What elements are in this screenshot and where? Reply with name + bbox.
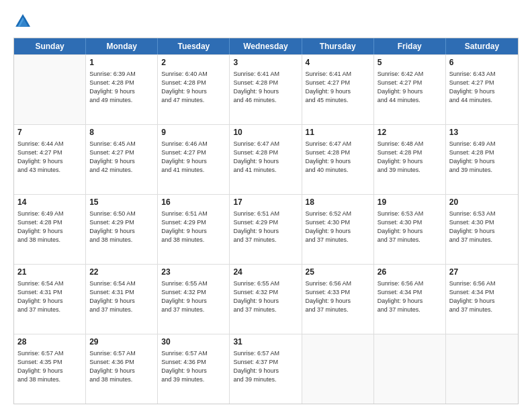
calendar: SundayMondayTuesdayWednesdayThursdayFrid…: [13, 38, 519, 404]
day-number: 8: [89, 127, 154, 138]
day-info: Sunrise: 6:51 AM Sunset: 4:29 PM Dayligh…: [161, 210, 226, 244]
day-info: Sunrise: 6:48 AM Sunset: 4:28 PM Dayligh…: [378, 140, 442, 175]
day-number: 13: [449, 127, 515, 138]
day-info: Sunrise: 6:42 AM Sunset: 4:27 PM Dayligh…: [378, 70, 442, 105]
calendar-cell: 29Sunrise: 6:57 AM Sunset: 4:36 PM Dayli…: [86, 334, 158, 404]
calendar-cell: 24Sunrise: 6:55 AM Sunset: 4:32 PM Dayli…: [230, 265, 302, 334]
day-number: 19: [378, 197, 442, 208]
calendar-body: 1Sunrise: 6:39 AM Sunset: 4:28 PM Daylig…: [14, 54, 518, 404]
day-number: 23: [161, 267, 226, 278]
day-number: 20: [449, 197, 515, 208]
day-number: 5: [378, 57, 442, 68]
day-number: 14: [17, 197, 82, 208]
calendar-cell: 20Sunrise: 6:53 AM Sunset: 4:30 PM Dayli…: [446, 195, 518, 264]
calendar-header-thursday: Thursday: [302, 38, 374, 54]
logo-icon: [13, 12, 32, 31]
day-number: 21: [17, 267, 82, 278]
day-info: Sunrise: 6:57 AM Sunset: 4:35 PM Dayligh…: [17, 349, 82, 384]
day-number: 26: [378, 267, 442, 278]
calendar-cell: 11Sunrise: 6:47 AM Sunset: 4:28 PM Dayli…: [302, 125, 374, 194]
day-info: Sunrise: 6:55 AM Sunset: 4:32 PM Dayligh…: [161, 279, 226, 314]
day-info: Sunrise: 6:53 AM Sunset: 4:30 PM Dayligh…: [378, 210, 442, 244]
calendar-header-saturday: Saturday: [446, 38, 518, 54]
day-info: Sunrise: 6:57 AM Sunset: 4:37 PM Dayligh…: [233, 349, 298, 384]
calendar-cell: 6Sunrise: 6:43 AM Sunset: 4:27 PM Daylig…: [446, 55, 518, 124]
day-info: Sunrise: 6:41 AM Sunset: 4:28 PM Dayligh…: [233, 70, 298, 105]
day-info: Sunrise: 6:52 AM Sunset: 4:30 PM Dayligh…: [306, 210, 370, 244]
day-number: 29: [89, 336, 154, 348]
day-number: 22: [89, 267, 154, 278]
day-info: Sunrise: 6:56 AM Sunset: 4:33 PM Dayligh…: [306, 279, 370, 314]
calendar-header-wednesday: Wednesday: [230, 38, 302, 54]
day-info: Sunrise: 6:49 AM Sunset: 4:28 PM Dayligh…: [17, 210, 82, 244]
calendar-cell: 7Sunrise: 6:44 AM Sunset: 4:27 PM Daylig…: [14, 125, 86, 194]
calendar-cell: 28Sunrise: 6:57 AM Sunset: 4:35 PM Dayli…: [14, 334, 86, 404]
day-number: 24: [233, 267, 298, 278]
day-info: Sunrise: 6:47 AM Sunset: 4:28 PM Dayligh…: [306, 140, 370, 175]
calendar-cell: 18Sunrise: 6:52 AM Sunset: 4:30 PM Dayli…: [302, 195, 374, 264]
calendar-cell: 19Sunrise: 6:53 AM Sunset: 4:30 PM Dayli…: [374, 195, 446, 264]
calendar-cell: [374, 334, 446, 404]
calendar-cell: 5Sunrise: 6:42 AM Sunset: 4:27 PM Daylig…: [374, 55, 446, 124]
calendar-cell: 14Sunrise: 6:49 AM Sunset: 4:28 PM Dayli…: [14, 195, 86, 264]
day-number: 12: [378, 127, 442, 138]
day-number: 3: [233, 57, 298, 68]
day-number: 10: [233, 127, 298, 138]
day-number: 30: [161, 336, 226, 348]
day-number: 27: [449, 267, 515, 278]
calendar-cell: 12Sunrise: 6:48 AM Sunset: 4:28 PM Dayli…: [374, 125, 446, 194]
calendar-row-4: 28Sunrise: 6:57 AM Sunset: 4:35 PM Dayli…: [14, 334, 518, 404]
day-info: Sunrise: 6:45 AM Sunset: 4:27 PM Dayligh…: [89, 140, 154, 175]
calendar-header-tuesday: Tuesday: [158, 38, 230, 54]
day-number: 31: [233, 336, 298, 348]
logo: [13, 12, 35, 31]
calendar-row-3: 21Sunrise: 6:54 AM Sunset: 4:31 PM Dayli…: [14, 264, 518, 334]
day-info: Sunrise: 6:43 AM Sunset: 4:27 PM Dayligh…: [449, 70, 515, 105]
calendar-cell: 16Sunrise: 6:51 AM Sunset: 4:29 PM Dayli…: [158, 195, 230, 264]
calendar-header-friday: Friday: [374, 38, 446, 54]
calendar-cell: [14, 55, 86, 124]
calendar-cell: 2Sunrise: 6:40 AM Sunset: 4:28 PM Daylig…: [158, 55, 230, 124]
day-number: 17: [233, 197, 298, 208]
calendar-header-monday: Monday: [86, 38, 158, 54]
day-info: Sunrise: 6:49 AM Sunset: 4:28 PM Dayligh…: [449, 140, 515, 175]
calendar-cell: 31Sunrise: 6:57 AM Sunset: 4:37 PM Dayli…: [230, 334, 302, 404]
calendar-cell: 9Sunrise: 6:46 AM Sunset: 4:27 PM Daylig…: [158, 125, 230, 194]
day-info: Sunrise: 6:39 AM Sunset: 4:28 PM Dayligh…: [89, 70, 154, 105]
day-number: 25: [306, 267, 370, 278]
calendar-cell: 21Sunrise: 6:54 AM Sunset: 4:31 PM Dayli…: [14, 265, 86, 334]
day-info: Sunrise: 6:50 AM Sunset: 4:29 PM Dayligh…: [89, 210, 154, 244]
calendar-cell: [446, 334, 518, 404]
day-number: 2: [161, 57, 226, 68]
day-info: Sunrise: 6:41 AM Sunset: 4:27 PM Dayligh…: [306, 70, 370, 105]
calendar-header-row: SundayMondayTuesdayWednesdayThursdayFrid…: [14, 38, 518, 54]
calendar-cell: 23Sunrise: 6:55 AM Sunset: 4:32 PM Dayli…: [158, 265, 230, 334]
calendar-cell: 3Sunrise: 6:41 AM Sunset: 4:28 PM Daylig…: [230, 55, 302, 124]
calendar-row-0: 1Sunrise: 6:39 AM Sunset: 4:28 PM Daylig…: [14, 54, 518, 124]
day-number: 6: [449, 57, 515, 68]
day-info: Sunrise: 6:54 AM Sunset: 4:31 PM Dayligh…: [89, 279, 154, 314]
day-info: Sunrise: 6:56 AM Sunset: 4:34 PM Dayligh…: [449, 279, 515, 314]
day-info: Sunrise: 6:54 AM Sunset: 4:31 PM Dayligh…: [17, 279, 82, 314]
calendar-cell: 13Sunrise: 6:49 AM Sunset: 4:28 PM Dayli…: [446, 125, 518, 194]
day-number: 4: [306, 57, 370, 68]
calendar-cell: 1Sunrise: 6:39 AM Sunset: 4:28 PM Daylig…: [86, 55, 158, 124]
calendar-cell: 10Sunrise: 6:47 AM Sunset: 4:28 PM Dayli…: [230, 125, 302, 194]
calendar-cell: 8Sunrise: 6:45 AM Sunset: 4:27 PM Daylig…: [86, 125, 158, 194]
page: SundayMondayTuesdayWednesdayThursdayFrid…: [0, 0, 532, 411]
day-info: Sunrise: 6:47 AM Sunset: 4:28 PM Dayligh…: [233, 140, 298, 175]
calendar-cell: 30Sunrise: 6:57 AM Sunset: 4:36 PM Dayli…: [158, 334, 230, 404]
day-number: 11: [306, 127, 370, 138]
day-info: Sunrise: 6:56 AM Sunset: 4:34 PM Dayligh…: [378, 279, 442, 314]
day-info: Sunrise: 6:51 AM Sunset: 4:29 PM Dayligh…: [233, 210, 298, 244]
day-number: 15: [89, 197, 154, 208]
day-number: 28: [17, 336, 82, 348]
calendar-row-2: 14Sunrise: 6:49 AM Sunset: 4:28 PM Dayli…: [14, 194, 518, 264]
day-info: Sunrise: 6:55 AM Sunset: 4:32 PM Dayligh…: [233, 279, 298, 314]
day-info: Sunrise: 6:40 AM Sunset: 4:28 PM Dayligh…: [161, 70, 226, 105]
calendar-cell: 4Sunrise: 6:41 AM Sunset: 4:27 PM Daylig…: [302, 55, 374, 124]
calendar-cell: 26Sunrise: 6:56 AM Sunset: 4:34 PM Dayli…: [374, 265, 446, 334]
calendar-cell: 27Sunrise: 6:56 AM Sunset: 4:34 PM Dayli…: [446, 265, 518, 334]
calendar-cell: 25Sunrise: 6:56 AM Sunset: 4:33 PM Dayli…: [302, 265, 374, 334]
day-number: 1: [89, 57, 154, 68]
